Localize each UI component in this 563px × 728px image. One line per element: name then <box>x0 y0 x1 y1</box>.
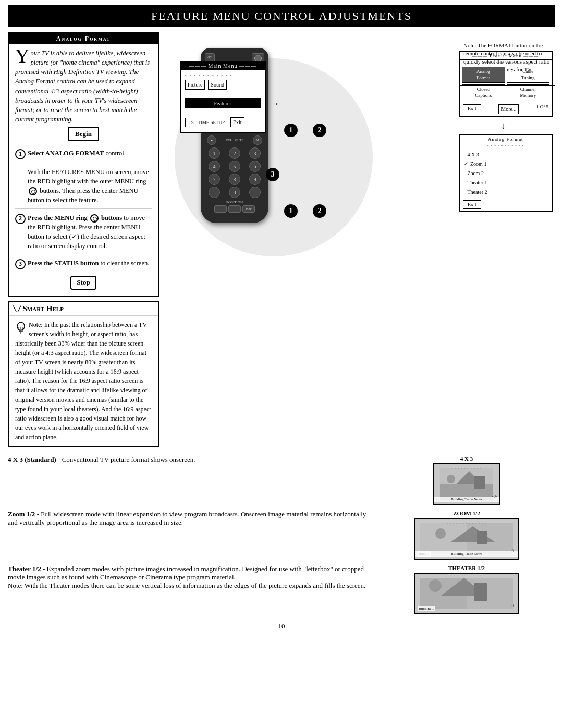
format-theater-label: Theater 1/2 <box>8 565 41 573</box>
feature-more-btn[interactable]: More... <box>498 104 519 114</box>
remote-vol-minus[interactable]: - <box>207 135 216 145</box>
step-3: 3 Press the STATUS button to clear the s… <box>15 258 152 269</box>
page-title: Feature Menu Control Adjustments <box>18 9 545 23</box>
remote-num-0[interactable]: 0 <box>229 187 240 198</box>
remote-num-1[interactable]: 1 <box>209 147 220 159</box>
smart-help-title: ╲ ╱ Smart Help <box>9 302 158 316</box>
step-2: 2 Press the MENU ring buttons to move th… <box>15 213 152 255</box>
analog-format-box: Analog Format Your TV is able to deliver… <box>8 32 159 297</box>
feature-exit-btn[interactable]: Exit <box>463 104 481 114</box>
svg-rect-15 <box>477 531 487 544</box>
tv-dashes-standard: - - - - - - - - - - <box>434 466 499 471</box>
svg-point-21 <box>429 579 442 592</box>
menu-1st-time-btn[interactable]: 1 ST TIME SETUP <box>185 118 227 127</box>
remote-vol-label: VOL MUTE <box>226 139 243 142</box>
remote-vol-mute-row: - VOL MUTE M <box>205 135 264 145</box>
menu-picture-btn[interactable]: Picture <box>185 80 205 90</box>
tv-label-standard: 4 X 3 <box>460 455 473 462</box>
analog-item-zoom2[interactable]: Zoom 2 <box>464 169 547 178</box>
remote-pop-btn[interactable]: POP <box>242 205 255 213</box>
remote-numpad: 1 2 3 4 5 6 7 8 9 - 0 - <box>205 147 264 198</box>
feature-menu: ——— Feature Menu ——— - - - - - - - - - -… <box>459 51 553 117</box>
menu-features-btn[interactable]: Features <box>185 98 261 108</box>
remote-bottom-buttons: POSITION POP <box>205 200 264 213</box>
tv-screen-theater: - - - - - - - - - - - - - Building... -0… <box>414 573 519 614</box>
analog-item-4x3[interactable]: 4 X 3 <box>464 150 547 159</box>
center-column: ——— Main Menu ——— - - - - - - - - - - - … <box>159 27 555 451</box>
remote-num-2[interactable]: 2 <box>229 147 240 159</box>
label-zoom1: Zoom 1 <box>470 159 486 169</box>
format-zoom-text: Zoom 1/2 - Full widescreen mode with lin… <box>8 510 370 527</box>
feature-menu-grid: AnalogFormat CableTuning ClosedCaptions … <box>460 65 552 103</box>
remote-num-5[interactable]: 5 <box>229 161 240 172</box>
analog-item-zoom1[interactable]: ✓ Zoom 1 <box>464 159 547 169</box>
tv-screen-standard: - - - - - - - - - - Building Trade News … <box>433 463 500 505</box>
remote-position-btns: POP <box>214 205 255 213</box>
smart-help-text: Note: In the past the relationship betwe… <box>15 321 151 441</box>
remote-position-label: POSITION POP <box>214 200 255 213</box>
arrow-down-1: ↓ <box>454 120 553 131</box>
main-menu-mockup: ——— Main Menu ——— - - - - - - - - - - - … <box>175 56 266 137</box>
remote-mute-btn[interactable]: M <box>253 135 262 145</box>
step-circle-1b: 1 <box>284 204 298 218</box>
bottom-section: 4 X 3 (Standard) - Conventional TV pictu… <box>8 455 555 614</box>
format-row-zoom: Zoom 1/2 - Full widescreen mode with lin… <box>8 510 555 560</box>
left-column: Analog Format Your TV is able to deliver… <box>8 27 159 451</box>
step-1-bold: Select ANALOG FORMAT <box>28 150 104 157</box>
step-circle-3-remote: 3 <box>266 168 279 181</box>
analog-menu-footer: Exit <box>460 199 552 211</box>
corner-marks: ╲ ╱ <box>13 306 21 312</box>
svg-point-16 <box>435 528 446 539</box>
format-standard-text: 4 X 3 (Standard) - Conventional TV pictu… <box>8 455 370 464</box>
main-menu-top-row: Picture Sound <box>185 80 261 90</box>
analog-format-title: Analog Format <box>9 33 158 44</box>
menu-ring-icon-2 <box>90 214 99 223</box>
analog-item-theater1[interactable]: Theater 1 <box>464 178 547 188</box>
begin-button[interactable]: Begin <box>68 127 99 141</box>
stop-button[interactable]: Stop <box>70 276 96 290</box>
remote-num-6[interactable]: 6 <box>249 161 261 172</box>
remote-num-7[interactable]: 7 <box>209 174 220 185</box>
drop-cap: Y <box>15 48 29 64</box>
tv-label-zoom: ZOOM 1/2 <box>453 510 480 516</box>
stop-center: Stop <box>15 274 152 292</box>
remote-pos-btn1[interactable] <box>214 205 227 213</box>
checkmark-zoom1: ✓ <box>464 159 468 169</box>
remote-pos-btn2[interactable] <box>228 205 241 213</box>
analog-dashes: - - - - - - - - - - - <box>460 143 552 148</box>
main-menu-dashes3: - - - - - - - - - - - <box>185 110 261 115</box>
feature-channel-memory[interactable]: ChannelMemory <box>507 84 550 101</box>
feature-closed-captions[interactable]: ClosedCaptions <box>462 84 505 101</box>
remote-num-9[interactable]: 9 <box>249 174 261 185</box>
main-menu-dashes: - - - - - - - - - - - <box>185 73 261 78</box>
format-theater-desc: Theater 1/2 - Expanded zoom modes with p… <box>8 565 370 590</box>
step-1-number: 1 <box>15 149 26 159</box>
remote-num-3[interactable]: 3 <box>249 147 261 159</box>
tv-dashes-theater: - - - - - - - - - - - - - <box>415 576 518 580</box>
remote-num-dash2[interactable]: - <box>249 187 261 198</box>
tv-right-num-zoom: -0- <box>510 548 516 553</box>
checkmark-theater1 <box>464 178 466 188</box>
remote-num-dash[interactable]: - <box>209 187 220 198</box>
page-number: 10 <box>0 622 563 631</box>
svg-rect-10 <box>474 476 485 489</box>
tv-bottom-left-theater: Building... <box>418 606 435 611</box>
analog-format-body-text: our TV is able to deliver lifelike, wide… <box>15 50 150 123</box>
remote-num-8[interactable]: 8 <box>229 174 240 185</box>
tv-right-num-theater: -0- <box>510 603 516 608</box>
feature-cable-tuning[interactable]: CableTuning <box>507 67 550 83</box>
step-circle-2-remote: 2 <box>313 124 326 137</box>
step-3-content: Press the STATUS button to clear the scr… <box>28 258 149 268</box>
remote-num-4[interactable]: 4 <box>209 161 220 172</box>
menu-sound-btn[interactable]: Sound <box>208 80 227 90</box>
analog-format-body: Your TV is able to deliver lifelike, wid… <box>9 44 158 296</box>
analog-format-intro: Your TV is able to deliver lifelike, wid… <box>15 48 152 124</box>
feature-analog-format[interactable]: AnalogFormat <box>462 67 505 83</box>
step-circle-2b: 2 <box>313 204 326 218</box>
menu-exit-btn[interactable]: Exit <box>230 117 244 127</box>
step-3-number: 3 <box>15 259 26 269</box>
analog-exit-btn[interactable]: Exit <box>463 200 481 209</box>
feature-menu-footer: Exit More... 1 Of 5 <box>460 103 552 116</box>
analog-item-theater2[interactable]: Theater 2 <box>464 188 547 197</box>
format-row-standard: 4 X 3 (Standard) - Conventional TV pictu… <box>8 455 555 505</box>
